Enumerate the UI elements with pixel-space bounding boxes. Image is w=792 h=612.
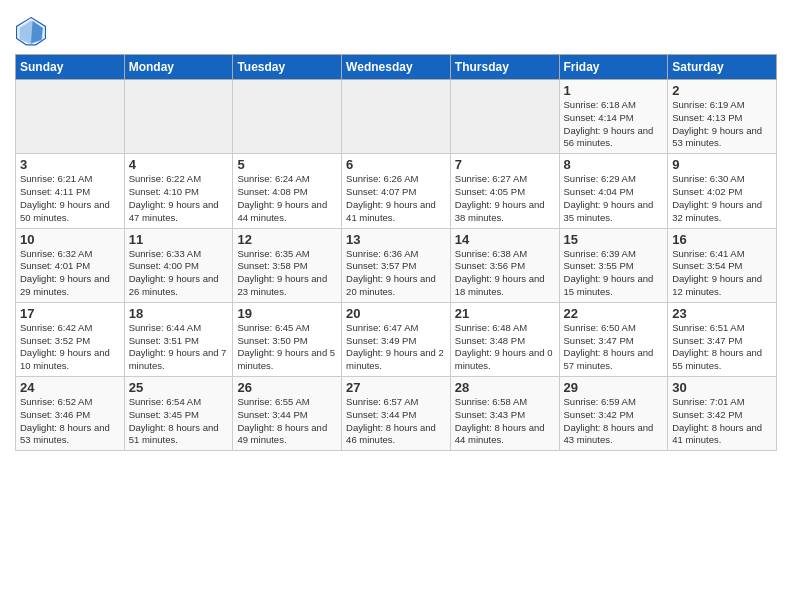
calendar-week-row: 10Sunrise: 6:32 AM Sunset: 4:01 PM Dayli… — [16, 228, 777, 302]
weekday-header-wednesday: Wednesday — [342, 55, 451, 80]
day-number: 24 — [20, 380, 120, 395]
calendar: SundayMondayTuesdayWednesdayThursdayFrid… — [15, 54, 777, 451]
day-number: 18 — [129, 306, 229, 321]
day-number: 30 — [672, 380, 772, 395]
weekday-header-tuesday: Tuesday — [233, 55, 342, 80]
day-info: Sunrise: 6:42 AM Sunset: 3:52 PM Dayligh… — [20, 322, 120, 373]
calendar-cell: 8Sunrise: 6:29 AM Sunset: 4:04 PM Daylig… — [559, 154, 668, 228]
day-info: Sunrise: 6:48 AM Sunset: 3:48 PM Dayligh… — [455, 322, 555, 373]
calendar-cell: 25Sunrise: 6:54 AM Sunset: 3:45 PM Dayli… — [124, 377, 233, 451]
day-number: 20 — [346, 306, 446, 321]
weekday-header-thursday: Thursday — [450, 55, 559, 80]
weekday-header-row: SundayMondayTuesdayWednesdayThursdayFrid… — [16, 55, 777, 80]
day-number: 28 — [455, 380, 555, 395]
day-info: Sunrise: 6:52 AM Sunset: 3:46 PM Dayligh… — [20, 396, 120, 447]
calendar-cell: 19Sunrise: 6:45 AM Sunset: 3:50 PM Dayli… — [233, 302, 342, 376]
calendar-cell: 2Sunrise: 6:19 AM Sunset: 4:13 PM Daylig… — [668, 80, 777, 154]
page: SundayMondayTuesdayWednesdayThursdayFrid… — [0, 0, 792, 466]
calendar-cell: 30Sunrise: 7:01 AM Sunset: 3:42 PM Dayli… — [668, 377, 777, 451]
day-number: 23 — [672, 306, 772, 321]
day-number: 13 — [346, 232, 446, 247]
calendar-cell: 9Sunrise: 6:30 AM Sunset: 4:02 PM Daylig… — [668, 154, 777, 228]
calendar-cell — [16, 80, 125, 154]
calendar-cell: 21Sunrise: 6:48 AM Sunset: 3:48 PM Dayli… — [450, 302, 559, 376]
day-info: Sunrise: 6:35 AM Sunset: 3:58 PM Dayligh… — [237, 248, 337, 299]
day-number: 17 — [20, 306, 120, 321]
day-info: Sunrise: 6:38 AM Sunset: 3:56 PM Dayligh… — [455, 248, 555, 299]
calendar-cell: 28Sunrise: 6:58 AM Sunset: 3:43 PM Dayli… — [450, 377, 559, 451]
day-number: 12 — [237, 232, 337, 247]
calendar-week-row: 17Sunrise: 6:42 AM Sunset: 3:52 PM Dayli… — [16, 302, 777, 376]
day-info: Sunrise: 6:29 AM Sunset: 4:04 PM Dayligh… — [564, 173, 664, 224]
calendar-cell — [450, 80, 559, 154]
day-number: 15 — [564, 232, 664, 247]
day-info: Sunrise: 6:59 AM Sunset: 3:42 PM Dayligh… — [564, 396, 664, 447]
calendar-cell: 15Sunrise: 6:39 AM Sunset: 3:55 PM Dayli… — [559, 228, 668, 302]
day-number: 19 — [237, 306, 337, 321]
day-number: 27 — [346, 380, 446, 395]
calendar-week-row: 24Sunrise: 6:52 AM Sunset: 3:46 PM Dayli… — [16, 377, 777, 451]
day-number: 22 — [564, 306, 664, 321]
calendar-cell — [233, 80, 342, 154]
day-info: Sunrise: 6:57 AM Sunset: 3:44 PM Dayligh… — [346, 396, 446, 447]
day-info: Sunrise: 6:54 AM Sunset: 3:45 PM Dayligh… — [129, 396, 229, 447]
weekday-header-saturday: Saturday — [668, 55, 777, 80]
day-info: Sunrise: 6:45 AM Sunset: 3:50 PM Dayligh… — [237, 322, 337, 373]
calendar-week-row: 1Sunrise: 6:18 AM Sunset: 4:14 PM Daylig… — [16, 80, 777, 154]
day-info: Sunrise: 7:01 AM Sunset: 3:42 PM Dayligh… — [672, 396, 772, 447]
calendar-cell: 6Sunrise: 6:26 AM Sunset: 4:07 PM Daylig… — [342, 154, 451, 228]
header — [15, 10, 777, 48]
weekday-header-sunday: Sunday — [16, 55, 125, 80]
calendar-cell: 14Sunrise: 6:38 AM Sunset: 3:56 PM Dayli… — [450, 228, 559, 302]
day-number: 1 — [564, 83, 664, 98]
calendar-cell: 18Sunrise: 6:44 AM Sunset: 3:51 PM Dayli… — [124, 302, 233, 376]
day-info: Sunrise: 6:50 AM Sunset: 3:47 PM Dayligh… — [564, 322, 664, 373]
day-info: Sunrise: 6:58 AM Sunset: 3:43 PM Dayligh… — [455, 396, 555, 447]
calendar-cell: 17Sunrise: 6:42 AM Sunset: 3:52 PM Dayli… — [16, 302, 125, 376]
day-info: Sunrise: 6:51 AM Sunset: 3:47 PM Dayligh… — [672, 322, 772, 373]
day-info: Sunrise: 6:41 AM Sunset: 3:54 PM Dayligh… — [672, 248, 772, 299]
calendar-cell: 29Sunrise: 6:59 AM Sunset: 3:42 PM Dayli… — [559, 377, 668, 451]
day-number: 10 — [20, 232, 120, 247]
day-number: 5 — [237, 157, 337, 172]
day-info: Sunrise: 6:47 AM Sunset: 3:49 PM Dayligh… — [346, 322, 446, 373]
day-info: Sunrise: 6:39 AM Sunset: 3:55 PM Dayligh… — [564, 248, 664, 299]
calendar-cell: 20Sunrise: 6:47 AM Sunset: 3:49 PM Dayli… — [342, 302, 451, 376]
day-number: 26 — [237, 380, 337, 395]
day-number: 16 — [672, 232, 772, 247]
calendar-cell: 24Sunrise: 6:52 AM Sunset: 3:46 PM Dayli… — [16, 377, 125, 451]
calendar-cell: 4Sunrise: 6:22 AM Sunset: 4:10 PM Daylig… — [124, 154, 233, 228]
day-info: Sunrise: 6:36 AM Sunset: 3:57 PM Dayligh… — [346, 248, 446, 299]
calendar-cell: 10Sunrise: 6:32 AM Sunset: 4:01 PM Dayli… — [16, 228, 125, 302]
day-number: 2 — [672, 83, 772, 98]
calendar-cell: 27Sunrise: 6:57 AM Sunset: 3:44 PM Dayli… — [342, 377, 451, 451]
day-number: 7 — [455, 157, 555, 172]
day-number: 11 — [129, 232, 229, 247]
calendar-cell: 22Sunrise: 6:50 AM Sunset: 3:47 PM Dayli… — [559, 302, 668, 376]
day-info: Sunrise: 6:55 AM Sunset: 3:44 PM Dayligh… — [237, 396, 337, 447]
day-info: Sunrise: 6:18 AM Sunset: 4:14 PM Dayligh… — [564, 99, 664, 150]
weekday-header-friday: Friday — [559, 55, 668, 80]
logo-icon — [15, 16, 47, 48]
calendar-cell: 1Sunrise: 6:18 AM Sunset: 4:14 PM Daylig… — [559, 80, 668, 154]
day-info: Sunrise: 6:32 AM Sunset: 4:01 PM Dayligh… — [20, 248, 120, 299]
calendar-cell: 11Sunrise: 6:33 AM Sunset: 4:00 PM Dayli… — [124, 228, 233, 302]
calendar-cell: 3Sunrise: 6:21 AM Sunset: 4:11 PM Daylig… — [16, 154, 125, 228]
day-info: Sunrise: 6:44 AM Sunset: 3:51 PM Dayligh… — [129, 322, 229, 373]
calendar-cell — [342, 80, 451, 154]
day-number: 3 — [20, 157, 120, 172]
day-number: 14 — [455, 232, 555, 247]
calendar-cell: 16Sunrise: 6:41 AM Sunset: 3:54 PM Dayli… — [668, 228, 777, 302]
calendar-week-row: 3Sunrise: 6:21 AM Sunset: 4:11 PM Daylig… — [16, 154, 777, 228]
day-number: 21 — [455, 306, 555, 321]
calendar-cell: 26Sunrise: 6:55 AM Sunset: 3:44 PM Dayli… — [233, 377, 342, 451]
day-number: 29 — [564, 380, 664, 395]
weekday-header-monday: Monday — [124, 55, 233, 80]
day-info: Sunrise: 6:21 AM Sunset: 4:11 PM Dayligh… — [20, 173, 120, 224]
calendar-cell: 13Sunrise: 6:36 AM Sunset: 3:57 PM Dayli… — [342, 228, 451, 302]
logo-area — [15, 16, 51, 48]
day-number: 6 — [346, 157, 446, 172]
day-info: Sunrise: 6:19 AM Sunset: 4:13 PM Dayligh… — [672, 99, 772, 150]
day-number: 25 — [129, 380, 229, 395]
calendar-cell: 12Sunrise: 6:35 AM Sunset: 3:58 PM Dayli… — [233, 228, 342, 302]
